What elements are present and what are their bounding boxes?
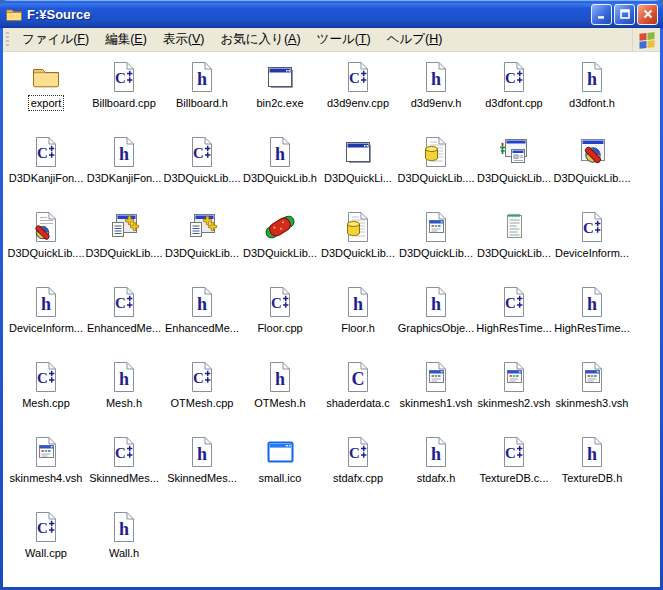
cpp-file-icon: C [30,361,62,393]
file-item[interactable]: CD3DQuickLib.... [163,133,241,208]
file-label: D3DQuickLib... [475,246,553,260]
file-item[interactable]: D3DQuickLib.... [553,133,631,208]
file-label: EnhancedMe... [85,321,163,335]
file-item[interactable]: skinmesh4.vsh [7,433,85,508]
file-item[interactable]: hSkinnedMes... [163,433,241,508]
file-item[interactable]: hD3DKanjiFon... [85,133,163,208]
svg-text:h: h [119,144,129,164]
file-item[interactable]: hEnhancedMe... [163,283,241,358]
file-label: HighResTime... [552,321,631,335]
svg-text:C: C [193,145,204,161]
file-item[interactable]: hTextureDB.h [553,433,631,508]
file-item[interactable]: skinmesh1.vsh [397,358,475,433]
close-button[interactable] [637,4,658,25]
svg-text:h: h [587,294,597,314]
file-label: D3DKanjiFon... [7,171,86,185]
file-item[interactable]: hDeviceInform... [7,283,85,358]
title-bar[interactable]: F:¥Source [0,0,663,28]
file-item[interactable]: CTextureDB.c... [475,433,553,508]
file-item[interactable]: CDeviceInform... [553,208,631,283]
file-item[interactable]: hFloor.h [319,283,397,358]
file-item[interactable]: D3DQuickLib... [241,208,319,283]
file-label: HighResTime... [474,321,553,335]
h-file-icon: h [576,436,608,468]
h-file-icon: h [420,286,452,318]
file-label: D3DKanjiFon... [85,171,164,185]
file-item[interactable]: hd3d9env.h [397,58,475,133]
file-item[interactable]: D3DQuickLi... [319,133,397,208]
menu-item[interactable]: ヘルプ(H) [379,28,451,51]
file-item[interactable]: hWall.h [85,508,163,583]
menu-item[interactable]: お気に入り(A) [213,28,309,51]
file-item[interactable]: D3DQuickLib... [475,133,553,208]
database-doc-icon [342,211,374,243]
file-item[interactable]: CD3DKanjiFon... [7,133,85,208]
file-item[interactable]: hd3dfont.h [553,58,631,133]
file-item[interactable]: CHighResTime... [475,283,553,358]
h-file-icon: h [186,61,218,93]
menu-grip-handle[interactable] [6,32,9,48]
file-label: stdafx.cpp [331,471,385,485]
file-item[interactable]: CEnhancedMe... [85,283,163,358]
file-item[interactable]: Cstdafx.cpp [319,433,397,508]
file-item[interactable]: hGraphicsObje... [397,283,475,358]
minimize-button[interactable] [591,4,612,25]
titlebar-buttons [591,4,658,25]
menu-item[interactable]: ファイル(F) [14,28,97,51]
menu-item[interactable]: ツール(T) [309,28,379,51]
file-item[interactable]: hMesh.h [85,358,163,433]
file-item[interactable]: D3DQuickLib... [475,208,553,283]
shader-doc-icon [576,361,608,393]
file-item[interactable]: skinmesh2.vsh [475,358,553,433]
file-item[interactable]: hBillboard.h [163,58,241,133]
file-label: skinmesh3.vsh [554,396,631,410]
windows-logo-icon [632,28,660,52]
file-item[interactable]: COTMesh.cpp [163,358,241,433]
file-item[interactable]: hHighResTime... [553,283,631,358]
file-item[interactable]: Cshaderdata.c [319,358,397,433]
file-item[interactable]: skinmesh3.vsh [553,358,631,433]
file-label: skinmesh1.vsh [398,396,475,410]
file-item[interactable]: D3DQuickLib.... [397,133,475,208]
file-label: export [29,96,64,110]
file-item[interactable]: CFloor.cpp [241,283,319,358]
file-item[interactable]: CWall.cpp [7,508,85,583]
svg-text:C: C [505,295,516,311]
file-item[interactable]: hstdafx.h [397,433,475,508]
h-file-icon: h [420,61,452,93]
file-label: Floor.h [339,321,377,335]
file-item[interactable]: export [7,58,85,133]
file-label: D3DQuickLib.... [5,246,86,260]
file-label: D3DQuickLi... [322,171,394,185]
file-label: Mesh.cpp [20,396,72,410]
file-item[interactable]: D3DQuickLib... [163,208,241,283]
file-label: D3DQuickLib... [241,246,319,260]
file-item[interactable]: CSkinnedMes... [85,433,163,508]
file-item[interactable]: CBillboard.cpp [85,58,163,133]
file-item[interactable]: D3DQuickLib.... [7,208,85,283]
file-item[interactable]: CMesh.cpp [7,358,85,433]
svg-text:C: C [37,520,48,536]
file-label: d3dfont.cpp [483,96,545,110]
file-item[interactable]: Cd3d9env.cpp [319,58,397,133]
menu-item[interactable]: 編集(E) [97,28,155,51]
maximize-icon [619,8,631,20]
cpp-file-icon: C [264,286,296,318]
file-label: Mesh.h [104,396,144,410]
file-item[interactable]: hOTMesh.h [241,358,319,433]
folder-icon [30,61,62,93]
svg-text:h: h [119,369,129,389]
file-item[interactable]: D3DQuickLib... [319,208,397,283]
file-item[interactable]: small.ico [241,433,319,508]
file-item[interactable]: hD3DQuickLib.h [241,133,319,208]
c-file-icon: C [342,361,374,393]
maximize-button[interactable] [614,4,635,25]
shader-doc-icon [498,361,530,393]
file-list-view[interactable]: exportCBillboard.cpphBillboard.hbin2c.ex… [3,52,660,587]
file-item[interactable]: Cd3dfont.cpp [475,58,553,133]
file-item[interactable]: D3DQuickLib... [397,208,475,283]
menu-item[interactable]: 表示(V) [155,28,213,51]
file-item[interactable]: bin2c.exe [241,58,319,133]
app-window-icon [264,61,296,93]
file-item[interactable]: D3DQuickLib.... [85,208,163,283]
